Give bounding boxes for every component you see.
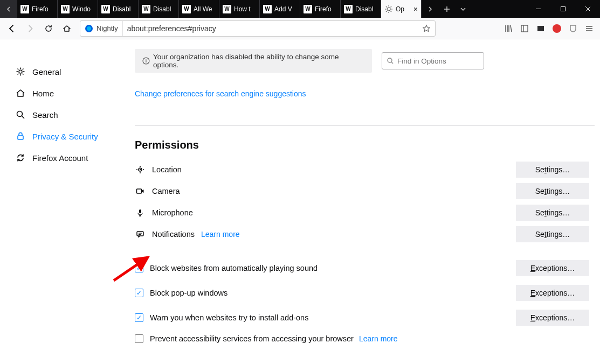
favicon-icon: W: [223, 5, 231, 13]
svg-point-46: [140, 169, 141, 170]
tab[interactable]: WAll We: [179, 0, 219, 18]
notifications-learn-more-link[interactable]: Learn more: [201, 230, 240, 239]
notifications-settings-button[interactable]: Settings…: [516, 226, 589, 242]
forward-button[interactable]: [22, 20, 39, 37]
ublock-icon[interactable]: [565, 21, 581, 36]
checkbox-label: Warn you when websites try to install ad…: [150, 313, 308, 322]
sidebar-item-privacy[interactable]: Privacy & Security: [15, 125, 129, 147]
block-popups-checkbox[interactable]: ✓: [135, 289, 143, 297]
find-in-options-input[interactable]: Find in Options: [382, 52, 484, 69]
extension-icon[interactable]: [533, 21, 548, 36]
block-popups-row: ✓ Block pop-up windows Exceptions…: [135, 281, 595, 305]
warn-addons-checkbox[interactable]: ✓: [135, 313, 143, 322]
sidebar-item-label: Firefox Account: [32, 153, 88, 163]
content: General Home Search Privacy & Security F…: [0, 39, 600, 364]
home-button[interactable]: [58, 20, 75, 37]
prevent-accessibility-checkbox[interactable]: [135, 334, 143, 343]
checkbox-label: Block websites from automatically playin…: [150, 264, 318, 272]
permissions-heading: Permissions: [135, 139, 595, 151]
maximize-button[interactable]: [550, 0, 575, 18]
location-settings-button[interactable]: Settings…: [516, 162, 589, 178]
permission-row-notifications: Notifications Learn more Settings…: [135, 223, 595, 245]
close-window-button[interactable]: [575, 0, 600, 18]
block-autoplay-checkbox[interactable]: ✓: [135, 264, 143, 272]
svg-line-34: [23, 74, 24, 75]
sidebar-item-account[interactable]: Firefox Account: [15, 147, 129, 169]
bookmark-star-icon[interactable]: [418, 24, 435, 33]
permission-label: Camera: [152, 187, 180, 195]
adblock-icon[interactable]: [549, 21, 564, 36]
accessibility-learn-more-link[interactable]: Learn more: [359, 334, 398, 343]
lock-icon: [15, 131, 26, 142]
svg-line-33: [18, 69, 19, 70]
tab[interactable]: WDisabl: [98, 0, 139, 18]
microphone-icon: [135, 208, 146, 217]
svg-rect-27: [537, 26, 544, 31]
svg-point-42: [146, 59, 147, 60]
tabs-dropdown-button[interactable]: [455, 0, 471, 18]
svg-line-20: [391, 6, 392, 8]
svg-line-44: [391, 62, 393, 64]
microphone-settings-button[interactable]: Settings…: [516, 205, 589, 221]
notice-text: Your organization has disabled the abili…: [153, 53, 364, 69]
tab[interactable]: WHow t: [219, 0, 260, 18]
sidebar-item-label: Privacy & Security: [32, 132, 98, 141]
sidebar-item-label: Home: [32, 89, 54, 98]
svg-rect-22: [561, 7, 565, 11]
new-tab-button[interactable]: [439, 0, 455, 18]
search-suggestions-link[interactable]: Change preferences for search engine sug…: [135, 89, 306, 98]
sync-icon: [15, 152, 26, 163]
svg-point-24: [87, 26, 91, 31]
tab[interactable]: WWindo: [58, 0, 98, 18]
window-controls: [526, 0, 600, 18]
favicon-icon: W: [344, 5, 353, 13]
library-icon[interactable]: [501, 21, 516, 36]
sidebar-item-home[interactable]: Home: [15, 82, 129, 104]
svg-line-19: [386, 11, 387, 12]
camera-icon: [135, 187, 146, 195]
identity-box[interactable]: Nightly: [80, 21, 123, 36]
back-button[interactable]: [3, 20, 20, 37]
permission-row-microphone: Microphone Settings…: [135, 202, 595, 223]
tab-scroll-right[interactable]: [422, 0, 439, 18]
url-bar[interactable]: Nightly about:preferences#privacy: [80, 20, 436, 37]
svg-point-37: [17, 111, 23, 117]
svg-point-12: [387, 8, 390, 11]
favicon-icon: W: [142, 5, 150, 13]
svg-point-28: [19, 70, 22, 73]
identity-label: Nightly: [96, 24, 118, 32]
favicon-icon: W: [101, 5, 110, 13]
permission-label: Location: [152, 165, 182, 174]
firefox-icon: [85, 24, 93, 33]
popups-exceptions-button[interactable]: Exceptions…: [516, 285, 589, 301]
prevent-accessibility-row: Prevent accessibility services from acce…: [135, 330, 595, 347]
tab[interactable]: WDisabl: [341, 0, 381, 18]
favicon-icon: W: [304, 5, 312, 13]
sidebar-icon[interactable]: [517, 21, 532, 36]
tab-scroll-left[interactable]: [0, 0, 17, 18]
tab[interactable]: WFirefo: [300, 0, 341, 18]
tab[interactable]: WDisabl: [139, 0, 179, 18]
section-divider: [135, 125, 595, 126]
svg-line-38: [22, 116, 25, 119]
tab[interactable]: WFirefo: [17, 0, 58, 18]
gear-icon: [15, 66, 26, 77]
svg-rect-48: [139, 209, 141, 213]
menu-button[interactable]: [582, 21, 597, 36]
close-tab-icon[interactable]: ×: [413, 5, 418, 13]
svg-rect-25: [521, 25, 528, 32]
nav-toolbar: Nightly about:preferences#privacy: [0, 18, 600, 39]
minimize-button[interactable]: [526, 0, 550, 18]
tab-active[interactable]: Op ×: [381, 0, 422, 18]
location-icon: [135, 165, 146, 174]
tab[interactable]: WAdd V: [260, 0, 300, 18]
autoplay-exceptions-button[interactable]: Exceptions…: [516, 260, 589, 276]
gear-icon: [384, 5, 393, 13]
addons-exceptions-button[interactable]: Exceptions…: [516, 310, 589, 326]
sidebar-item-search[interactable]: Search: [15, 104, 129, 125]
camera-settings-button[interactable]: Settings…: [516, 183, 589, 199]
home-icon: [15, 88, 26, 99]
reload-button[interactable]: [40, 20, 57, 37]
svg-line-35: [18, 74, 19, 75]
sidebar-item-general[interactable]: General: [15, 61, 129, 82]
